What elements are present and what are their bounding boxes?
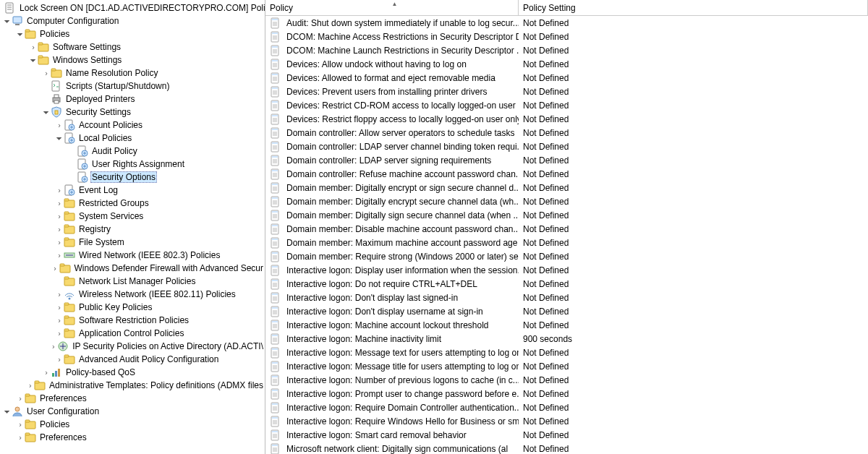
policy-row[interactable]: Interactive logon: Number of previous lo…: [265, 373, 868, 387]
tree-security-options[interactable]: ›Security Options: [0, 171, 265, 184]
expand-toggle-icon[interactable]: ⏷: [42, 108, 51, 116]
policy-row[interactable]: Interactive logon: Message text for user…: [265, 346, 868, 359]
policy-row[interactable]: Microsoft network client: Digitally sign…: [265, 442, 868, 454]
tree-policies-u[interactable]: ›Policies: [0, 418, 265, 431]
expand-toggle-icon[interactable]: ›: [55, 291, 64, 299]
policy-setting: Not Defined: [519, 128, 868, 138]
policy-row[interactable]: Domain member: Digitally encrypt secure …: [265, 194, 868, 208]
expand-toggle-icon[interactable]: ›: [55, 226, 64, 234]
expand-toggle-icon[interactable]: ›: [55, 317, 64, 325]
tree-defender-firewall[interactable]: ›Windows Defender Firewall with Advanced…: [0, 262, 265, 275]
policy-row[interactable]: Interactive logon: Display user informat…: [265, 263, 868, 277]
tree-name-resolution-policy[interactable]: ›Name Resolution Policy: [0, 67, 265, 80]
expand-toggle-icon[interactable]: ›: [55, 239, 64, 247]
policy-row[interactable]: Devices: Restrict floppy access to local…: [265, 112, 868, 126]
policy-row[interactable]: Audit: Shut down system immediately if u…: [265, 16, 868, 30]
tree-admin-templates[interactable]: ›Administrative Templates: Policy defini…: [0, 379, 265, 392]
tree-local-policies[interactable]: ⏷Local Policies: [0, 132, 265, 145]
policy-row[interactable]: Domain member: Digitally encrypt or sign…: [265, 181, 868, 194]
policy-row[interactable]: Interactive logon: Message title for use…: [265, 359, 868, 373]
tree-deployed-printers[interactable]: ›Deployed Printers: [0, 93, 265, 106]
tree-account-policies[interactable]: ›Account Policies: [0, 119, 265, 132]
tree-policy-qos[interactable]: ›Policy-based QoS: [0, 366, 265, 379]
expand-toggle-icon[interactable]: ›: [29, 43, 38, 51]
expand-toggle-icon[interactable]: ›: [55, 252, 64, 260]
expand-toggle-icon[interactable]: ⏷: [55, 134, 64, 142]
expand-toggle-icon[interactable]: ›: [55, 121, 64, 129]
tree-network-list[interactable]: ›Network List Manager Policies: [0, 275, 265, 288]
tree-windows-settings[interactable]: ⏷Windows Settings: [0, 53, 265, 67]
policy-row[interactable]: Domain member: Disable machine account p…: [265, 222, 868, 236]
tree-wireless-network[interactable]: ›Wireless Network (IEEE 802.11) Policies: [0, 288, 265, 301]
tree-preferences-c[interactable]: ›Preferences: [0, 392, 265, 405]
tree-root[interactable]: ›Lock Screen ON [DC1.AD.ACTIVEDIRECTORYP…: [0, 1, 265, 14]
policy-row[interactable]: Devices: Allowed to format and eject rem…: [265, 71, 868, 85]
tree-file-system[interactable]: ›File System: [0, 236, 265, 249]
tree-preferences-u[interactable]: ›Preferences: [0, 431, 265, 444]
tree-ip-security[interactable]: ›IP Security Policies on Active Director…: [0, 340, 265, 353]
expand-toggle-icon[interactable]: ›: [49, 343, 57, 351]
tree-computer-configuration[interactable]: ⏷Computer Configuration: [0, 14, 265, 27]
folder-icon: [64, 314, 75, 326]
policy-row[interactable]: Interactive logon: Prompt user to change…: [265, 387, 868, 401]
expand-toggle-icon[interactable]: ›: [51, 265, 59, 273]
tree-system-services[interactable]: ›System Services: [0, 210, 265, 223]
policy-row[interactable]: Interactive logon: Do not require CTRL+A…: [265, 277, 868, 291]
policy-row[interactable]: Domain controller: Allow server operator…: [265, 126, 868, 140]
expand-toggle-icon[interactable]: ›: [26, 382, 34, 390]
expand-toggle-icon[interactable]: ›: [55, 356, 64, 364]
policy-row[interactable]: Interactive logon: Machine account locko…: [265, 318, 868, 332]
tree-software-settings[interactable]: ›Software Settings: [0, 40, 265, 53]
expand-toggle-icon[interactable]: ⏷: [29, 56, 38, 64]
expand-toggle-icon[interactable]: ⏷: [3, 408, 12, 416]
policy-row[interactable]: Domain member: Require strong (Windows 2…: [265, 249, 868, 263]
tree-event-log[interactable]: ›Event Log: [0, 184, 265, 197]
policy-row[interactable]: Devices: Prevent users from installing p…: [265, 85, 868, 98]
tree-registry[interactable]: ›Registry: [0, 223, 265, 236]
expand-toggle-icon[interactable]: ›: [16, 421, 25, 429]
policy-row[interactable]: Interactive logon: Require Windows Hello…: [265, 414, 868, 428]
expand-toggle-icon[interactable]: ⏷: [3, 17, 12, 25]
expand-toggle-icon[interactable]: ⏷: [16, 30, 25, 38]
policy-row[interactable]: Devices: Allow undock without having to …: [265, 57, 868, 71]
tree-advanced-audit[interactable]: ›Advanced Audit Policy Configuration: [0, 353, 265, 366]
header-setting[interactable]: Policy Setting: [519, 0, 868, 15]
policy-row[interactable]: DCOM: Machine Access Restrictions in Sec…: [265, 30, 868, 43]
policy-row[interactable]: Interactive logon: Don't display usernam…: [265, 304, 868, 318]
expand-toggle-icon[interactable]: ›: [55, 330, 64, 338]
tree-scripts[interactable]: ›Scripts (Startup/Shutdown): [0, 80, 265, 93]
policy-row[interactable]: Domain controller: Refuse machine accoun…: [265, 167, 868, 181]
expand-toggle-icon[interactable]: ›: [55, 187, 64, 194]
policy-row[interactable]: Devices: Restrict CD-ROM access to local…: [265, 98, 868, 112]
tree-application-control[interactable]: ›Application Control Policies: [0, 327, 265, 340]
tree-panel[interactable]: ›Lock Screen ON [DC1.AD.ACTIVEDIRECTORYP…: [0, 0, 265, 454]
expand-toggle-icon[interactable]: ›: [55, 304, 64, 312]
expand-toggle-icon[interactable]: ›: [42, 369, 51, 377]
header-policy[interactable]: Policy ▲: [265, 0, 519, 15]
list-body[interactable]: Audit: Shut down system immediately if u…: [265, 16, 868, 454]
policy-setting: Not Defined: [519, 416, 868, 427]
policy-row[interactable]: Domain controller: LDAP server channel b…: [265, 140, 868, 153]
policy-row[interactable]: Domain controller: LDAP server signing r…: [265, 153, 868, 167]
tree-policies[interactable]: ⏷Policies: [0, 27, 265, 40]
tree-user-rights[interactable]: ›User Rights Assignment: [0, 158, 265, 171]
policy-row[interactable]: Interactive logon: Machine inactivity li…: [265, 332, 868, 346]
expand-toggle-icon[interactable]: ›: [16, 434, 25, 442]
expand-toggle-icon[interactable]: ›: [42, 69, 51, 77]
policy-row[interactable]: Domain member: Digitally sign secure cha…: [265, 208, 868, 222]
policy-row[interactable]: DCOM: Machine Launch Restrictions in Sec…: [265, 43, 868, 57]
tree-audit-policy[interactable]: ›Audit Policy: [0, 145, 265, 158]
tree-software-restriction[interactable]: ›Software Restriction Policies: [0, 314, 265, 327]
policy-row[interactable]: Interactive logon: Require Domain Contro…: [265, 401, 868, 414]
tree-public-key[interactable]: ›Public Key Policies: [0, 301, 265, 314]
policy-row[interactable]: Interactive logon: Don't display last si…: [265, 291, 868, 304]
tree-user-configuration[interactable]: ⏷User Configuration: [0, 405, 265, 418]
expand-toggle-icon[interactable]: ›: [55, 213, 64, 220]
policy-row[interactable]: Domain member: Maximum machine account p…: [265, 236, 868, 249]
expand-toggle-icon[interactable]: ›: [55, 200, 64, 207]
expand-toggle-icon[interactable]: ›: [16, 395, 25, 403]
tree-security-settings[interactable]: ⏷Security Settings: [0, 106, 265, 119]
tree-wired-network[interactable]: ›Wired Network (IEEE 802.3) Policies: [0, 249, 265, 262]
policy-row[interactable]: Interactive logon: Smart card removal be…: [265, 428, 868, 442]
tree-restricted-groups[interactable]: ›Restricted Groups: [0, 197, 265, 210]
